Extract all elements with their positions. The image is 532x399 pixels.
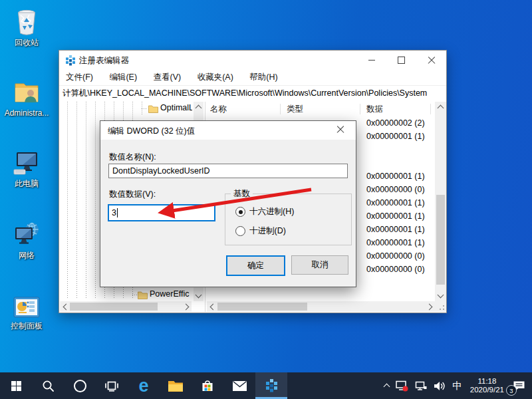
notification-badge: 3 [506,385,517,396]
base-group-label: 基数 [231,188,253,200]
scroll-right-arrow[interactable] [182,301,192,312]
radio-label: 十进制(D) [249,225,286,237]
column-separator[interactable] [360,104,360,114]
dialog-title: 编辑 DWORD (32 位)值 [108,126,195,137]
menu-favorites[interactable]: 收藏夹(A) [191,70,240,85]
menu-bar: 文件(F) 编辑(E) 查看(V) 收藏夹(A) 帮助(H) [59,70,446,85]
maximize-button[interactable] [386,51,416,70]
list-vertical-scrollbar[interactable] [435,102,446,301]
cortana-button[interactable] [64,372,96,399]
tree-item-top[interactable]: OptimalLa [160,103,192,112]
scrollbar-thumb[interactable] [217,303,307,311]
desktop-icon-label: 网络 [19,251,35,260]
column-type[interactable]: 类型 [287,104,303,115]
taskbar-clock[interactable]: 11:18 2020/9/21 [466,377,509,394]
column-data[interactable]: 数据 [366,104,383,115]
search-button[interactable] [32,372,64,399]
column-separator[interactable] [280,104,281,114]
ok-button[interactable]: 确定 [226,255,285,276]
radio-decimal[interactable]: 十进制(D) [235,225,286,237]
folder-icon [138,290,148,301]
desktop-icon-control-panel[interactable]: 控制面板 [2,290,51,331]
mail-button[interactable] [223,372,255,399]
cancel-button-label: 取消 [312,259,329,271]
desktop-icon-label: 控制面板 [11,321,43,331]
desktop-icon-administrator[interactable]: Administra... [2,77,51,118]
tree-horizontal-scrollbar[interactable] [60,301,192,312]
tree-item-bottom[interactable]: PowerEffic [150,289,191,299]
windows-logo-icon [11,381,21,391]
desktop-icon-network[interactable]: 网络 [2,219,51,261]
radio-label: 十六进制(H) [249,206,294,217]
value-data: 0x00000001 (1) [366,170,425,183]
scroll-down-arrow[interactable] [435,291,446,301]
regedit-taskbar-button[interactable] [255,372,287,399]
tray-network[interactable] [412,372,430,399]
list-horizontal-scrollbar[interactable] [207,301,435,312]
menu-file[interactable]: 文件(F) [59,70,100,85]
tree-elbow [142,108,148,109]
regedit-app-icon [65,55,76,68]
edge-icon: e [138,377,148,395]
ime-indicator[interactable]: 中 [449,372,466,399]
tree-guide-line [86,102,86,299]
desktop-icon-recycle-bin[interactable]: 回收站 [2,7,51,48]
radio-hexadecimal[interactable]: 十六进制(H) [235,206,294,217]
file-explorer-button[interactable] [160,372,192,399]
scrollbar-thumb[interactable] [436,195,445,285]
mail-icon [232,380,247,392]
scroll-up-arrow[interactable] [435,102,446,112]
start-button[interactable] [0,372,32,399]
resize-grip[interactable] [435,301,446,312]
value-data: 0x00000001 (1) [366,130,425,143]
desktop-icon-label: Administra... [5,108,49,118]
scroll-right-arrow[interactable] [425,301,435,312]
desktop-icon-this-pc[interactable]: 此电脑 [2,148,51,189]
value-data-input[interactable]: 3 [108,204,215,221]
value-data: 0x00000000 (0) [366,183,425,196]
radio-circle [235,207,245,217]
clock-time: 11:18 [470,377,504,386]
value-name-field[interactable]: DontDisplayLockedUserID [108,164,348,178]
store-button[interactable] [192,372,223,399]
base-group-box: 基数 十六进制(H) 十进制(D) [225,194,352,245]
task-view-button[interactable] [96,372,128,399]
network-status-icon [415,381,427,391]
action-center-button[interactable]: 3 [509,372,532,399]
value-data: 0x00000001 (1) [366,209,425,223]
value-data: 0x00000000 (0) [366,263,425,276]
dialog-close-button[interactable] [329,121,356,140]
dialog-titlebar[interactable]: 编辑 DWORD (32 位)值 [100,121,356,140]
close-button[interactable] [416,51,446,70]
value-data: 0x00000001 (1) [366,236,425,249]
scrollbar-thumb[interactable] [70,303,158,311]
edge-button[interactable]: e [128,372,160,399]
tray-volume[interactable] [430,372,449,399]
value-data: 0x00000002 (2) [366,116,425,130]
tray-expand-button[interactable] [381,372,392,399]
scroll-left-arrow[interactable] [60,301,70,312]
column-separator[interactable] [430,104,431,114]
scroll-down-arrow[interactable] [194,291,203,301]
tree-guide-line [67,102,68,299]
ok-button-label: 确定 [247,260,264,271]
tree-guide-line [76,102,77,299]
value-data: 0x00000000 (0) [366,249,425,263]
registry-path: 计算机\HKEY_LOCAL_MACHINE\SOFTWARE\Microsof… [63,88,427,98]
value-data-text: 3 [112,206,116,219]
list-header: 名称 类型 数据 [207,102,446,116]
minimize-button[interactable] [356,51,386,70]
scroll-left-arrow[interactable] [207,301,217,312]
scroll-up-arrow[interactable] [194,102,203,112]
column-name[interactable]: 名称 [210,104,227,115]
radio-circle [235,226,245,236]
menu-view[interactable]: 查看(V) [147,70,188,85]
cancel-button[interactable]: 取消 [291,255,348,275]
cortana-icon [74,380,86,392]
menu-edit[interactable]: 编辑(E) [102,70,144,85]
regedit-titlebar[interactable]: 注册表编辑器 [59,51,446,70]
folder-icon [148,104,158,116]
address-bar[interactable]: 计算机\HKEY_LOCAL_MACHINE\SOFTWARE\Microsof… [59,85,446,102]
menu-help[interactable]: 帮助(H) [243,70,284,85]
tray-remote-app[interactable] [392,372,412,399]
